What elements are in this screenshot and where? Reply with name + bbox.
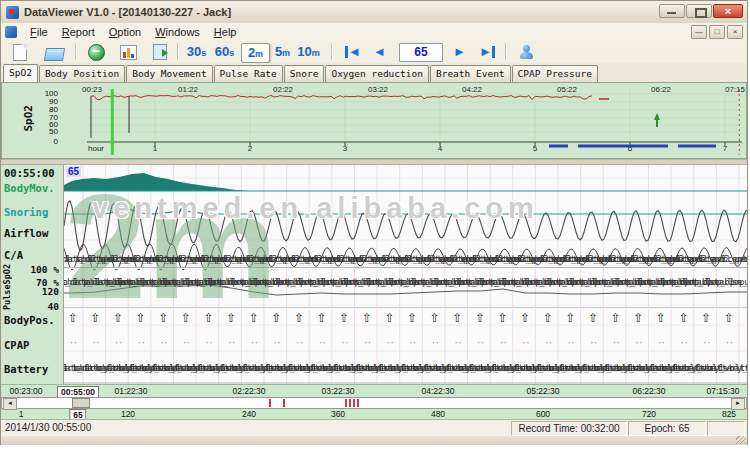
- menu-option[interactable]: Option: [102, 24, 148, 40]
- close-button[interactable]: ×: [713, 4, 743, 18]
- first-epoch-button[interactable]: ◄: [345, 44, 361, 60]
- window-bottom-frame: [1, 436, 747, 445]
- overview-ytick-50: 50: [32, 128, 58, 136]
- child-close-button[interactable]: ×: [727, 25, 743, 39]
- new-file-button[interactable]: [7, 42, 33, 62]
- toolbar: 30s60s2m5m10m ◄ ◄ 65 ► ►: [1, 41, 747, 64]
- event-mark: [269, 399, 271, 407]
- window-title: DataViewer V1.0 - [20140130-227 - Jack]: [24, 6, 231, 18]
- timeline-time-062230: 06:22:30: [632, 386, 665, 396]
- timeline-time-071530: 07:15:30: [706, 386, 739, 396]
- epoch-number-badge: 65: [66, 166, 81, 177]
- tab-spo2[interactable]: SpO2: [3, 64, 38, 82]
- timeline-scrollbar[interactable]: ◄ ►: [1, 397, 747, 409]
- child-restore-button[interactable]: □: [709, 25, 725, 39]
- scale-120bpm: 120: [42, 286, 59, 297]
- menu-file[interactable]: File: [23, 24, 55, 40]
- maximize-button[interactable]: [686, 4, 712, 18]
- spo2-overview-chart[interactable]: SpO2 hour 1009080706050000:2301:2202:220…: [1, 82, 747, 159]
- label-ca: C/A: [4, 249, 23, 261]
- tab-pulse-rate[interactable]: Pulse Rate: [214, 65, 283, 82]
- label-battery: Battery: [4, 363, 48, 375]
- globe-icon: [88, 44, 105, 61]
- menu-windows[interactable]: Windows: [148, 24, 207, 40]
- timeline-epoch-360: 360: [331, 409, 345, 419]
- status-bar: 2014/1/30 00:55:00 Record Time: 00:32:00…: [1, 419, 747, 437]
- interval-2m-button[interactable]: 2m: [241, 43, 270, 63]
- previous-epoch-button[interactable]: ◄: [373, 44, 386, 60]
- timeline-navigator: 00:23:0000:55:0001:22:3002:22:3003:22:30…: [1, 384, 747, 419]
- document-icon: [5, 26, 17, 38]
- timeline-epoch-240: 240: [242, 409, 256, 419]
- report-button[interactable]: [115, 42, 141, 62]
- status-empty-cell: [707, 421, 745, 436]
- timeline-time-052230: 05:22:30: [526, 386, 559, 396]
- export-icon: [153, 44, 167, 60]
- label-body-movement: BodyMov.: [4, 182, 55, 194]
- patient-button[interactable]: [513, 42, 539, 62]
- tab-cpap-pressure[interactable]: CPAP Pressure: [512, 65, 598, 82]
- label-cpap: CPAP: [4, 339, 29, 351]
- menu-report[interactable]: Report: [55, 24, 102, 40]
- status-epoch: Epoch: 65: [628, 421, 706, 436]
- timeline-time-042230: 04:22:30: [421, 386, 454, 396]
- timeline-epoch-480: 480: [431, 409, 445, 419]
- patient-icon: [518, 44, 534, 60]
- epoch-start-time: 00:55:00: [4, 167, 55, 179]
- scrollbar-thumb[interactable]: [72, 398, 90, 408]
- timeline-epoch-600: 600: [536, 409, 550, 419]
- event-mark: [353, 399, 355, 407]
- app-icon: [6, 6, 19, 19]
- tab-oxygen-reduction[interactable]: Oxygen reduction: [325, 65, 429, 82]
- tab-body-movement[interactable]: Body Movement: [126, 65, 212, 82]
- open-folder-icon: [43, 48, 64, 61]
- tab-body-position[interactable]: Body Position: [39, 65, 125, 82]
- waveform-chart[interactable]: 2m ventmed.en.alibaba.com 65 chart_data.…: [63, 165, 747, 384]
- interval-10m-button[interactable]: 10m: [295, 43, 322, 61]
- minimize-button[interactable]: [659, 4, 685, 18]
- epoch-input[interactable]: 65: [399, 43, 443, 62]
- menu-help[interactable]: Help: [207, 24, 244, 40]
- next-epoch-button[interactable]: ►: [453, 44, 466, 60]
- waveform-svg: [64, 165, 747, 384]
- bar-chart-icon: [120, 45, 137, 60]
- status-datetime: 2014/1/30 00:55:00: [5, 422, 91, 433]
- timeline-time-032230: 03:22:30: [321, 386, 354, 396]
- last-epoch-button[interactable]: ►: [479, 44, 495, 60]
- label-airflow: Airflow: [4, 227, 48, 239]
- child-minimize-button[interactable]: —: [691, 25, 707, 39]
- interval-5m-button[interactable]: 5m: [269, 43, 296, 61]
- new-file-icon: [13, 44, 27, 61]
- resize-grip[interactable]: [736, 436, 746, 444]
- open-file-button[interactable]: [41, 42, 67, 62]
- overview-plot[interactable]: [87, 89, 742, 155]
- menu-bar: FileReportOptionWindowsHelp — □ ×: [1, 23, 747, 42]
- event-mark: [283, 399, 285, 407]
- timeline-epoch-825: 825: [722, 409, 736, 419]
- timeline-time-022230: 02:22:30: [232, 386, 265, 396]
- timeline-epoch-720: 720: [642, 409, 656, 419]
- label-pulse-spo2: PulseSpO2: [2, 264, 12, 310]
- label-snoring: Snoring: [4, 206, 48, 218]
- export-button[interactable]: [147, 42, 173, 62]
- scale-100pct: 100 %: [30, 264, 59, 275]
- tab-breath-event[interactable]: Breath Event: [430, 65, 511, 82]
- event-mark: [345, 399, 347, 407]
- label-body-position: BodyPos.: [4, 314, 55, 326]
- title-bar: DataViewer V1.0 - [20140130-227 - Jack] …: [1, 1, 747, 24]
- scale-40bpm: 40: [48, 301, 59, 312]
- interval-30s-button[interactable]: 30s: [183, 43, 210, 61]
- timeline-time-002300: 00:23:00: [9, 386, 42, 396]
- channel-tabs: SpO2Body PositionBody MovementPulse Rate…: [1, 63, 747, 83]
- overview-ytick-0: 0: [32, 138, 58, 146]
- event-mark: [349, 399, 351, 407]
- event-mark: [357, 399, 359, 407]
- interval-60s-button[interactable]: 60s: [211, 43, 238, 61]
- status-record-time: Record Time: 00:32:00: [511, 421, 627, 436]
- refresh-button[interactable]: [83, 42, 109, 62]
- tab-snore[interactable]: Snore: [284, 65, 325, 82]
- timeline-time-012230: 01:22:30: [114, 386, 147, 396]
- channel-label-column: 00:55:00 BodyMov. Snoring Airflow C/A Pu…: [1, 165, 63, 384]
- timeline-epoch-1: 1: [19, 409, 24, 419]
- app-window: DataViewer V1.0 - [20140130-227 - Jack] …: [0, 0, 748, 445]
